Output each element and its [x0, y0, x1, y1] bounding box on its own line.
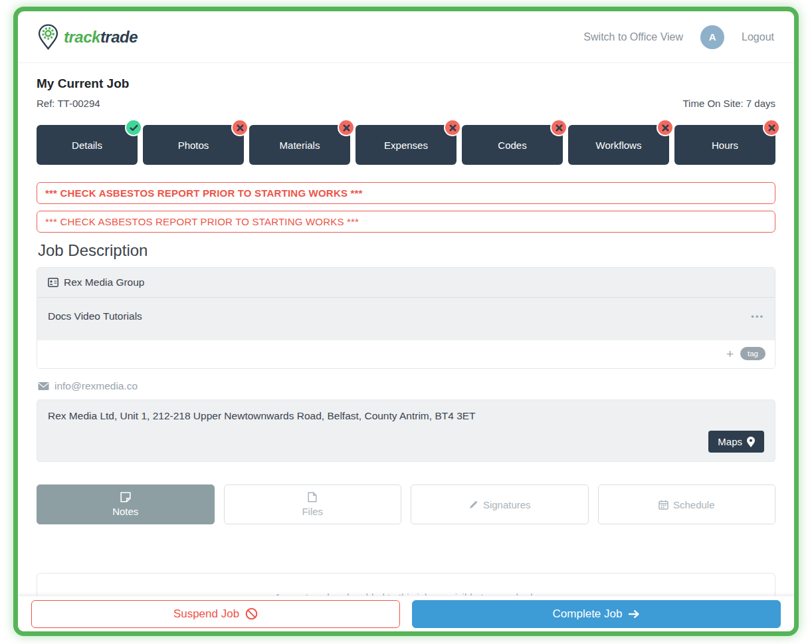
site-address: Rex Media Ltd, Unit 1, 212-218 Upper New…: [48, 410, 764, 422]
envelope-icon: [38, 382, 49, 390]
notes-button[interactable]: Notes: [37, 484, 215, 524]
schedule-button[interactable]: Schedule: [598, 484, 776, 524]
tab-codes[interactable]: Codes: [462, 125, 563, 165]
tab-hours[interactable]: Hours: [674, 125, 775, 165]
tab-details[interactable]: Details: [37, 125, 138, 165]
calendar-icon: [659, 500, 668, 510]
tab-label: Expenses: [384, 140, 428, 151]
top-navbar: tracktrade Switch to Office View A Logou…: [18, 11, 794, 63]
tab-label: Hours: [712, 140, 738, 151]
customer-row: Rex Media Group: [37, 268, 775, 298]
tag-pill-button[interactable]: tag: [740, 347, 765, 360]
files-button[interactable]: Files: [224, 484, 402, 524]
tab-materials[interactable]: Materials: [249, 125, 350, 165]
quick-actions-row: Notes Files Signatures: [37, 484, 775, 524]
arrow-right-icon: [628, 609, 640, 619]
tab-workflows[interactable]: Workflows: [568, 125, 669, 165]
notes-label: Notes: [112, 506, 138, 517]
job-name: Docs Video Tutorials: [48, 310, 142, 322]
bottom-action-bar: Suspend Job Complete Job: [18, 595, 794, 631]
customer-name: Rex Media Group: [64, 276, 144, 288]
map-pin-gear-icon: [38, 24, 58, 50]
brand-name: tracktrade: [64, 28, 138, 47]
customer-email[interactable]: info@rexmedia.co: [54, 380, 138, 392]
map-pin-icon: [747, 437, 755, 447]
tab-expenses[interactable]: Expenses: [355, 125, 457, 165]
app-window: tracktrade Switch to Office View A Logou…: [13, 7, 799, 636]
contact-card-icon: [48, 278, 58, 287]
complete-job-label: Complete Job: [553, 607, 623, 621]
incomplete-x-icon: [550, 119, 567, 136]
complete-check-icon: [125, 119, 142, 136]
tab-label: Photos: [178, 140, 209, 151]
files-label: Files: [302, 506, 323, 517]
file-icon: [308, 492, 317, 502]
incomplete-x-icon: [763, 119, 780, 136]
job-name-row: Docs Video Tutorials •••: [37, 298, 775, 340]
signatures-label: Signatures: [483, 499, 531, 510]
customer-email-row: info@rexmedia.co: [38, 380, 775, 392]
prohibition-icon: [245, 607, 258, 620]
avatar[interactable]: A: [700, 25, 724, 49]
tab-label: Materials: [280, 140, 320, 151]
tab-label: Codes: [498, 140, 526, 151]
job-ref: Ref: TT-00294: [37, 98, 100, 109]
brand-logo[interactable]: tracktrade: [38, 24, 138, 50]
logout-link[interactable]: Logout: [742, 31, 774, 43]
signatures-button[interactable]: Signatures: [411, 484, 589, 524]
add-tag-plus-icon[interactable]: +: [726, 348, 734, 360]
tag-row: + tag: [37, 340, 775, 368]
incomplete-x-icon: [444, 119, 461, 136]
site-address-panel: Rex Media Ltd, Unit 1, 212-218 Upper New…: [37, 399, 775, 462]
switch-to-office-view-link[interactable]: Switch to Office View: [583, 31, 683, 43]
incomplete-x-icon: [231, 119, 249, 136]
tab-label: Details: [72, 140, 102, 151]
job-description-heading: Job Description: [38, 241, 775, 260]
suspend-job-label: Suspend Job: [173, 607, 239, 621]
pen-icon: [468, 500, 478, 510]
time-on-site: Time On Site: 7 days: [683, 98, 776, 109]
maps-button[interactable]: Maps: [708, 431, 764, 453]
incomplete-x-icon: [338, 119, 355, 136]
page-title: My Current Job: [37, 76, 775, 91]
job-description-panel: Rex Media Group Docs Video Tutorials •••…: [37, 267, 775, 369]
job-tabs: Details Photos Materials Expenses: [37, 125, 775, 165]
asbestos-warning-banner: *** CHECK ASBESTOS REPORT PRIOR TO START…: [37, 182, 775, 204]
job-header: My Current Job Ref: TT-00294 Time On Sit…: [37, 76, 775, 109]
tab-photos[interactable]: Photos: [143, 125, 244, 165]
complete-job-button[interactable]: Complete Job: [412, 600, 781, 628]
notes-panel-clipped: Any notes already added to this job are …: [37, 573, 775, 595]
note-icon: [120, 492, 131, 502]
tab-label: Workflows: [596, 140, 642, 151]
asbestos-warning-banner-secondary: *** CHECK ASBESTOS REPORT PRIOR TO START…: [37, 211, 775, 233]
suspend-job-button[interactable]: Suspend Job: [31, 600, 400, 628]
schedule-label: Schedule: [673, 499, 715, 510]
maps-button-label: Maps: [718, 436, 742, 447]
incomplete-x-icon: [657, 119, 674, 136]
more-options-ellipsis-icon[interactable]: •••: [751, 312, 764, 322]
